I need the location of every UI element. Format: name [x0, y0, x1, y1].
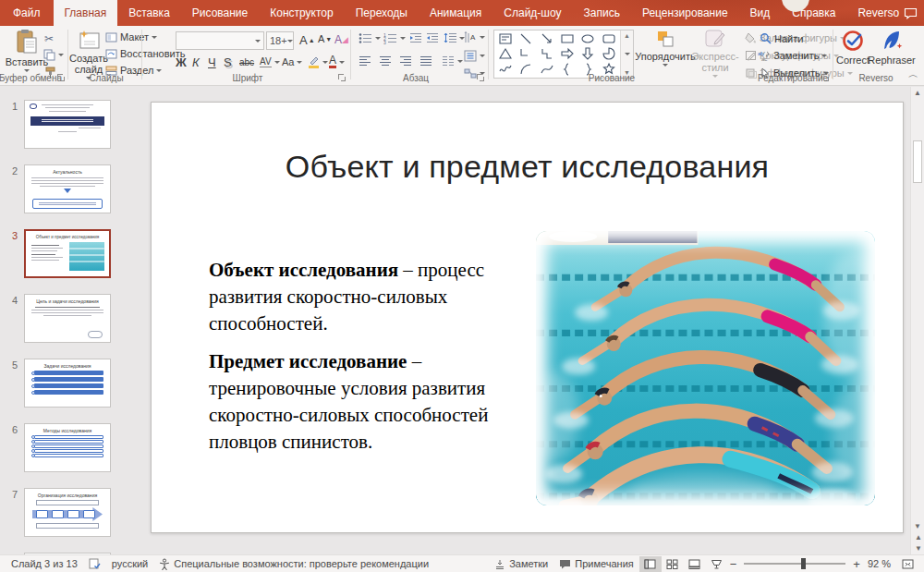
align-center-button[interactable]: [379, 55, 392, 67]
slide-thumbnail-7[interactable]: 7 Организация исследования: [0, 488, 129, 537]
shapes-gallery-scrollbar[interactable]: ▲▼: [620, 30, 633, 78]
tab-transitions[interactable]: Переходы: [345, 0, 419, 26]
zoom-level[interactable]: 92 %: [862, 558, 896, 569]
shape-freeform-2[interactable]: [540, 46, 554, 61]
text-direction-button[interactable]: А: [464, 31, 485, 43]
copy-button[interactable]: [43, 49, 64, 61]
shape-triangle[interactable]: [498, 46, 513, 61]
tab-record[interactable]: Запись: [573, 0, 631, 26]
shape-left-brace[interactable]: [560, 62, 575, 77]
thumbnail-preview[interactable]: Объект и предмет исследования: [24, 229, 111, 278]
tab-view[interactable]: Вид: [739, 0, 782, 26]
slideshow-view-button[interactable]: [706, 556, 728, 572]
shape-pie[interactable]: [602, 46, 616, 61]
language-button[interactable]: русский: [106, 558, 153, 569]
shape-freeform-1[interactable]: [518, 46, 533, 61]
line-spacing-button[interactable]: [444, 32, 465, 43]
slide-title[interactable]: Объект и предмет исследования: [152, 149, 903, 185]
quick-styles-button[interactable]: Экспресс-стили: [691, 29, 739, 78]
change-case-button[interactable]: Aa: [282, 56, 302, 67]
text-shadow-button[interactable]: S: [224, 55, 232, 69]
slide-thumbnail-4[interactable]: 4 Цель и задачи исследования: [0, 294, 129, 343]
slide-canvas[interactable]: Объект и предмет исследования Объект исс…: [151, 102, 904, 533]
thumbnail-preview[interactable]: Задачи исследования: [24, 359, 111, 408]
shape-arrow[interactable]: [540, 31, 554, 46]
italic-button[interactable]: К: [192, 55, 200, 69]
new-slide-button[interactable]: Создать слайд: [72, 29, 105, 79]
zoom-slider-thumb[interactable]: [801, 558, 806, 569]
columns-button[interactable]: [442, 55, 463, 67]
swimmers-photo[interactable]: [536, 231, 875, 505]
bullets-button[interactable]: [359, 32, 381, 44]
highlight-color-button[interactable]: [308, 55, 328, 68]
shape-rounded-rectangle[interactable]: [602, 31, 616, 46]
tab-reverso[interactable]: Reverso: [846, 0, 910, 26]
decrease-indent-button[interactable]: [409, 32, 422, 43]
thumbnail-preview[interactable]: [24, 100, 111, 149]
comments-button[interactable]: Примечания: [553, 558, 639, 569]
shape-textbox[interactable]: [498, 31, 513, 46]
font-color-button[interactable]: А: [329, 55, 345, 68]
shape-scribble[interactable]: [498, 62, 513, 77]
share-comment-icon[interactable]: [904, 7, 918, 19]
reset-button[interactable]: Восстановить: [105, 48, 185, 59]
normal-view-button[interactable]: [639, 556, 662, 572]
thumbnail-preview[interactable]: Цель и задачи исследования: [24, 294, 111, 343]
increase-indent-button[interactable]: [426, 32, 439, 43]
shape-curve[interactable]: [540, 62, 554, 77]
underline-button[interactable]: Ч: [208, 55, 216, 69]
slide-thumbnail-2[interactable]: 2 Актуальность: [0, 164, 129, 213]
next-slide-button[interactable]: ▼: [911, 544, 924, 553]
collapse-ribbon-icon[interactable]: ︿: [908, 67, 918, 81]
find-button[interactable]: Найти: [760, 32, 803, 44]
accessibility-checker[interactable]: Специальные возможности: проверьте реком…: [153, 558, 434, 570]
thumbnail-preview[interactable]: Методы исследования: [24, 423, 111, 472]
bold-button[interactable]: Ж: [176, 55, 187, 69]
thumbnail-preview[interactable]: Организация исследования: [24, 488, 111, 537]
shapes-more-icon[interactable]: [625, 53, 630, 55]
replace-button[interactable]: abac Заменить: [758, 50, 827, 61]
slide-thumbnail-6[interactable]: 6 Методы исследования: [0, 423, 129, 472]
font-name-combo[interactable]: [176, 31, 264, 50]
shape-arrow-right[interactable]: [560, 46, 575, 61]
zoom-slider[interactable]: [744, 563, 845, 565]
shapes-scroll-up-icon[interactable]: ▲: [624, 32, 630, 39]
fit-to-window-button[interactable]: [896, 556, 918, 572]
reading-view-button[interactable]: [684, 556, 706, 572]
shape-arc[interactable]: [518, 62, 533, 77]
zoom-out-button[interactable]: −: [728, 557, 739, 571]
display-settings-button[interactable]: [83, 558, 106, 569]
layout-button[interactable]: Макет: [105, 31, 157, 43]
shape-oval[interactable]: [580, 31, 595, 46]
shape-arrow-down[interactable]: [580, 46, 595, 61]
tab-review[interactable]: Рецензирование: [631, 0, 739, 26]
tab-home[interactable]: Главная: [54, 0, 118, 26]
vertical-scrollbar[interactable]: ▲ ▼ ▲ ▼: [910, 87, 924, 554]
strikethrough-button[interactable]: abc: [239, 57, 254, 67]
font-dialog-launcher[interactable]: [338, 74, 346, 82]
paragraph-dialog-launcher[interactable]: [477, 74, 485, 82]
numbering-button[interactable]: 123: [383, 32, 406, 44]
tab-file[interactable]: Файл: [0, 0, 54, 26]
character-spacing-button[interactable]: AV: [260, 56, 280, 67]
scroll-down-icon[interactable]: ▼: [911, 522, 924, 530]
zoom-in-button[interactable]: +: [851, 557, 862, 571]
slide-thumbnail-5[interactable]: 5 Задачи исследования: [0, 359, 129, 408]
tab-animations[interactable]: Анимация: [419, 0, 492, 26]
clear-formatting-button[interactable]: А◢: [334, 33, 348, 46]
paste-button[interactable]: Вставить: [7, 29, 46, 72]
tab-insert[interactable]: Вставка: [117, 0, 181, 26]
slide-body-text[interactable]: Объект исследования – процесс развития с…: [209, 257, 530, 455]
slide-thumbnail-1[interactable]: 1: [0, 100, 129, 149]
previous-slide-button[interactable]: ▲: [911, 533, 924, 542]
tab-design[interactable]: Конструктор: [259, 0, 344, 26]
paste-dropdown[interactable]: [24, 69, 30, 72]
notes-button[interactable]: Заметки: [489, 558, 553, 569]
cut-button[interactable]: ✂: [44, 32, 54, 45]
tab-slideshow[interactable]: Слайд-шоу: [492, 0, 572, 26]
slide-counter[interactable]: Слайд 3 из 13: [6, 558, 83, 569]
shape-rectangle[interactable]: [560, 31, 575, 46]
tab-draw[interactable]: Рисование: [181, 0, 259, 26]
copy-dropdown[interactable]: [58, 54, 64, 56]
align-left-button[interactable]: [359, 55, 371, 67]
